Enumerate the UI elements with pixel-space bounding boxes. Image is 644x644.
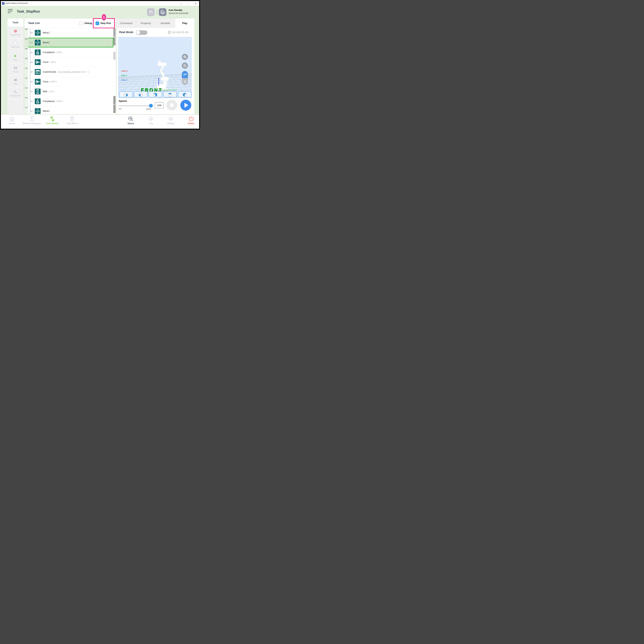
task-row-label: CustomCode( set_damping_factor([1.0,1.0⋯… (43, 67, 89, 77)
maximize-button[interactable]: □ (186, 1, 191, 6)
tool-play[interactable]: Play (7, 51, 23, 63)
pan-move-icon[interactable] (182, 78, 188, 85)
play-button[interactable] (180, 100, 191, 111)
scrollbar-up[interactable] (113, 28, 116, 45)
task-row-label: MoveJ (43, 28, 49, 38)
debug-label: Debug (84, 22, 92, 25)
tool-stop[interactable]: Stop (7, 75, 23, 87)
task-row[interactable]: 006JMoveJ (24, 28, 113, 38)
real-mode-toggle[interactable] (136, 30, 147, 35)
scrollbar-thumb[interactable] (113, 52, 116, 60)
tree-connector (30, 33, 33, 33)
task-list-panel: 1 Task List Debug ✓ Step Run 006JMoveJ00… (24, 19, 116, 114)
view-cube-front-button[interactable] (178, 91, 191, 97)
app-window: D DART-Platform GV02110200 – □ × Task_St… (0, 0, 200, 130)
menu-hamburger-icon[interactable] (8, 9, 13, 13)
stop-icon (170, 103, 173, 107)
task-row[interactable]: 012Wait( 1.0 ) (24, 87, 113, 96)
force-command-icon (35, 79, 41, 85)
nav-item-power[interactable]: Power (181, 116, 200, 128)
view-cube-right-button[interactable] (119, 91, 133, 97)
task-row-label: Wait( 1.0 ) (43, 87, 54, 96)
tool-step-by-step[interactable]: Step by Step (7, 87, 23, 99)
speed-value-input[interactable]: 100 (155, 102, 164, 109)
task-row-label: Force( ON ) (43, 57, 56, 67)
movej-command-icon: J (35, 40, 41, 45)
task-row-param: ( OFF ) (56, 100, 63, 103)
panel-tabs: CommandPropertyVariablePlay (117, 19, 194, 28)
speed-slider-track[interactable] (119, 105, 151, 106)
task-row[interactable]: 010CustomCode( set_damping_factor([1.0,1… (24, 67, 113, 77)
customcode-command-icon (35, 69, 41, 75)
view-cube-buttons (118, 91, 192, 97)
task-row-label: MoveJ (43, 38, 49, 47)
status-timestamp: 2024.04.25 11:02:33 AM (169, 12, 188, 14)
task-row[interactable]: 008Compliance( ON ) (24, 48, 113, 57)
robot-3d-viewer[interactable]: Axis XAxis YAxis Z FRONT (118, 37, 192, 98)
bottom-nav: HomeWorkcell ManagerTask BuilderTask Wri… (1, 115, 199, 129)
tab-variable[interactable]: Variable (156, 19, 175, 28)
skip-point-icon (14, 41, 17, 45)
task-row-param: ( 1.0 ) (48, 90, 54, 93)
speed-slider-knob[interactable] (149, 104, 153, 108)
nav-item-task-builder[interactable]: Task Builder (43, 116, 62, 128)
tool-label: Skip Point (11, 46, 19, 48)
tool-label: Step by Step (10, 95, 21, 97)
orbit-pan-control[interactable] (182, 71, 188, 85)
close-button[interactable]: × (193, 1, 198, 6)
nav-item-status[interactable]: Status (121, 116, 140, 128)
robot-status-icon[interactable] (147, 8, 155, 16)
tools-panel-title: Tools (7, 19, 23, 27)
task-row[interactable]: 007JMoveJ (24, 38, 113, 48)
page-title: Task_StepRun (17, 10, 40, 14)
nav-item-home[interactable]: Home (2, 116, 22, 128)
speed-label: Speed (119, 99, 127, 103)
tool-break-point[interactable]: Break Point (7, 27, 23, 39)
stop-icon (14, 78, 17, 82)
task-row[interactable]: 009Force( ON ) (24, 57, 113, 67)
tab-play[interactable]: Play (175, 19, 195, 28)
task-row-number: 010 (24, 67, 28, 77)
view-cube-iso-button[interactable] (149, 91, 162, 97)
break-point-icon (14, 29, 17, 33)
task-row[interactable]: 011Force( OFF ) (24, 77, 113, 87)
view-cube-top-button[interactable] (163, 91, 177, 97)
tree-connector (30, 62, 33, 62)
zoom-in-button[interactable] (182, 54, 188, 60)
window-title: DART-Platform GV02110200 (6, 2, 28, 4)
annotation-step-badge: 1 (101, 14, 107, 21)
tab-command[interactable]: Command (117, 19, 136, 28)
task-row-label: Force( OFF ) (43, 77, 57, 87)
nav-item-setting[interactable]: Setting (161, 116, 180, 128)
tool-pause[interactable]: Pause (7, 63, 23, 75)
debug-checkbox[interactable] (79, 22, 83, 25)
robot-state-label: Auto Standby (169, 9, 182, 11)
scrollbar-down[interactable] (113, 96, 116, 113)
axis-label: Axis X (121, 70, 128, 72)
mode-swirl-icon[interactable] (159, 8, 166, 16)
tree-connector (30, 101, 33, 102)
nav-item-jog[interactable]: Jog (141, 116, 161, 128)
wait-command-icon (35, 89, 41, 94)
stop-button[interactable] (166, 100, 177, 111)
step-run-checkbox[interactable]: ✓ (96, 22, 99, 25)
play-icon (14, 54, 17, 58)
zoom-out-button[interactable] (182, 63, 188, 69)
status-icon (121, 116, 140, 122)
play-icon (184, 103, 188, 108)
tab-property[interactable]: Property (136, 19, 156, 28)
task-row[interactable]: 013Compliance( OFF ) (24, 96, 113, 106)
speed-max-label: 100% (146, 108, 151, 110)
nav-item-task-writer[interactable]: Task Writer (63, 116, 82, 128)
view-cube-left-button[interactable] (134, 91, 147, 97)
task-row-param: ( set_damping_factor([1.0,1.0⋯ ) (57, 71, 89, 73)
nav-item-workcell-manager[interactable]: Workcell Manager (22, 116, 42, 128)
minimize-button[interactable]: – (179, 1, 184, 6)
tool-skip-point[interactable]: Skip Point (7, 39, 23, 50)
rotate-3d-icon[interactable] (182, 71, 188, 78)
task-row[interactable]: 014JMoveJ (24, 106, 113, 114)
task-row-label: Compliance( OFF ) (43, 96, 63, 106)
titlebar: D DART-Platform GV02110200 – □ × (1, 1, 199, 6)
power-icon (181, 116, 200, 122)
nav-item-label: Power (181, 122, 200, 125)
